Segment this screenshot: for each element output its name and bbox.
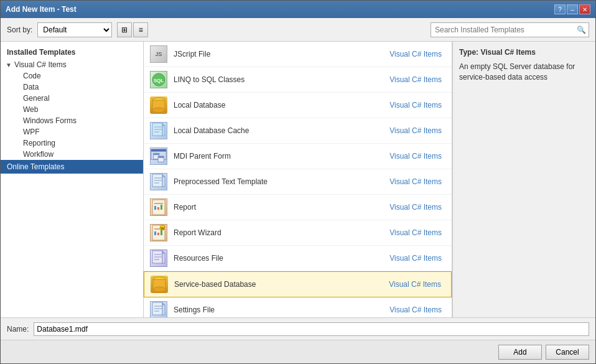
svg-rect-27 (161, 205, 162, 210)
minimize-button[interactable]: – (567, 4, 578, 14)
file-category-local-db-cache: Visual C# Items (389, 126, 442, 135)
service-db-icon (149, 274, 169, 294)
svg-point-4 (152, 108, 165, 113)
file-category-text-template: Visual C# Items (389, 177, 442, 186)
sidebar-item-windows-forms[interactable]: Windows Forms (1, 115, 143, 126)
svg-rect-46 (162, 305, 165, 315)
local-db-icon (149, 95, 169, 115)
file-category-service-db: Visual C# Items (389, 280, 441, 289)
svg-rect-14 (154, 153, 159, 155)
file-item-report-wizard[interactable]: W Report Wizard Visual C# Items (144, 220, 452, 246)
search-box: 🔍 (431, 22, 589, 37)
file-item-settings[interactable]: Settings File Visual C# Items (144, 297, 452, 317)
svg-rect-12 (151, 149, 166, 152)
sidebar-item-workflow[interactable]: Workflow (1, 149, 143, 160)
file-item-local-db-cache[interactable]: Local Database Cache Visual C# Items (144, 118, 452, 144)
svg-rect-25 (154, 206, 156, 210)
name-input[interactable] (34, 322, 589, 336)
file-category-local-db: Visual C# Items (389, 101, 442, 110)
svg-text:SQL: SQL (154, 78, 164, 83)
file-item-jscript[interactable]: JS JScript File Visual C# Items (144, 42, 452, 67)
close-button[interactable]: ✕ (579, 4, 590, 14)
sidebar-item-code[interactable]: Code (1, 70, 143, 82)
file-name-report-wizard: Report Wizard (174, 228, 389, 237)
file-item-resources[interactable]: Resources File Visual C# Items (144, 246, 452, 271)
svg-rect-37 (162, 253, 165, 263)
search-input[interactable] (431, 26, 574, 34)
file-item-report[interactable]: Report Visual C# Items (144, 195, 452, 220)
sort-label: Sort by: (7, 26, 32, 34)
info-panel: Type: Visual C# Items An empty SQL Serve… (452, 42, 595, 317)
file-item-local-db[interactable]: Local Database Visual C# Items (144, 93, 452, 118)
help-button[interactable]: ? (554, 4, 566, 14)
svg-point-43 (153, 287, 165, 292)
file-name-local-db: Local Database (174, 101, 389, 110)
grid-view-button[interactable]: ⊞ (117, 22, 132, 37)
file-name-local-db-cache: Local Database Cache (174, 126, 389, 135)
jscript-icon: JS (149, 44, 169, 64)
search-icon[interactable]: 🔍 (574, 23, 588, 37)
file-item-mdi[interactable]: MDI Parent Form Visual C# Items (144, 144, 452, 169)
file-list: JS JScript File Visual C# Items SQL LINQ… (144, 42, 452, 317)
file-category-jscript: Visual C# Items (389, 50, 442, 58)
report-icon (149, 197, 169, 217)
file-name-report: Report (174, 203, 389, 212)
info-description: An empty SQL Server database for service… (459, 62, 589, 83)
file-name-resources: Resources File (174, 254, 389, 263)
sidebar-header: Installed Templates (1, 44, 143, 59)
resources-icon (149, 248, 169, 268)
svg-marker-36 (162, 251, 165, 253)
toolbar: Sort by: Default ⊞ ≡ 🔍 (1, 18, 595, 42)
add-new-item-dialog: Add New Item - Test ? – ✕ Sort by: Defau… (0, 0, 596, 364)
file-category-mdi: Visual C# Items (389, 152, 442, 161)
sidebar: Installed Templates ▼ Visual C# Items Co… (1, 42, 144, 317)
file-category-linq: Visual C# Items (389, 75, 442, 84)
sidebar-item-visual-csharp[interactable]: ▼ Visual C# Items (1, 59, 143, 70)
add-button[interactable]: Add (498, 345, 542, 360)
svg-rect-26 (157, 207, 159, 210)
file-name-jscript: JScript File (174, 50, 389, 58)
file-category-report-wizard: Visual C# Items (389, 228, 442, 237)
svg-rect-32 (161, 230, 162, 235)
svg-text:W: W (161, 226, 164, 230)
view-buttons: ⊞ ≡ (117, 22, 148, 37)
sidebar-item-web[interactable]: Web (1, 104, 143, 115)
file-name-mdi: MDI Parent Form (174, 152, 389, 161)
mdi-icon (149, 146, 169, 166)
sort-dropdown[interactable]: Default (37, 22, 112, 37)
svg-marker-18 (162, 174, 165, 177)
svg-marker-6 (162, 123, 165, 126)
svg-rect-16 (158, 156, 164, 158)
svg-rect-19 (162, 177, 165, 187)
title-bar-buttons: ? – ✕ (554, 4, 590, 14)
file-item-service-db[interactable]: Service-based Database Visual C# Items (144, 271, 452, 297)
sidebar-item-reporting[interactable]: Reporting (1, 138, 143, 149)
svg-marker-45 (162, 302, 165, 305)
file-item-text-template[interactable]: Preprocessed Text Template Visual C# Ite… (144, 169, 452, 195)
file-name-service-db: Service-based Database (174, 280, 389, 289)
file-category-settings: Visual C# Items (389, 306, 442, 314)
sidebar-item-general[interactable]: General (1, 93, 143, 104)
file-name-text-template: Preprocessed Text Template (174, 177, 389, 186)
sidebar-item-data[interactable]: Data (1, 82, 143, 93)
sidebar-item-label: Visual C# Items (14, 60, 67, 69)
file-category-resources: Visual C# Items (389, 254, 442, 263)
sidebar-item-wpf[interactable]: WPF (1, 126, 143, 138)
settings-icon (149, 300, 169, 317)
footer-bar: Add Cancel (1, 340, 595, 363)
list-view-button[interactable]: ≡ (133, 22, 148, 37)
file-name-settings: Settings File (174, 306, 389, 314)
text-template-icon (149, 172, 169, 192)
name-label: Name: (7, 325, 29, 334)
title-bar: Add New Item - Test ? – ✕ (1, 1, 595, 18)
tree-arrow: ▼ (6, 62, 12, 68)
dialog-title: Add New Item - Test (6, 5, 77, 14)
cancel-button[interactable]: Cancel (546, 345, 589, 360)
svg-rect-7 (162, 126, 165, 136)
svg-rect-31 (157, 233, 159, 235)
file-item-linq[interactable]: SQL LINQ to SQL Classes Visual C# Items (144, 67, 452, 93)
file-name-linq: LINQ to SQL Classes (174, 75, 389, 84)
linq-icon: SQL (149, 70, 169, 90)
main-content: Installed Templates ▼ Visual C# Items Co… (1, 42, 595, 317)
sidebar-item-online-templates[interactable]: Online Templates (1, 160, 143, 174)
